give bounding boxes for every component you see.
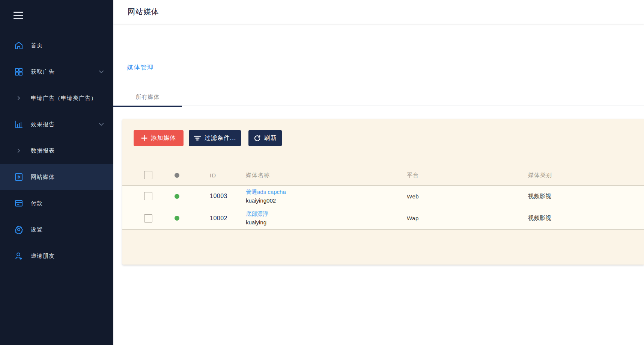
content-area: 媒体管理 所有媒体 添加媒体 过滤条件... 刷新 xyxy=(113,24,644,345)
page-title: 网站媒体 xyxy=(128,7,159,17)
sidebar-item-settings[interactable]: 设置 xyxy=(0,216,113,243)
grid-icon xyxy=(14,67,24,77)
sidebar-item-payment[interactable]: 付款 xyxy=(0,190,113,216)
table-row: 10002 底部漂浮 kuaiying Wap 视频影视 xyxy=(122,207,644,230)
sidebar-item-label: 获取广告 xyxy=(31,68,55,76)
page-header: 网站媒体 xyxy=(113,0,644,24)
app-root: 首页 获取广告 申请广告（申请类广告） xyxy=(0,0,644,345)
sidebar-item-invite-friends[interactable]: 邀请朋友 xyxy=(0,243,113,269)
filter-icon xyxy=(194,135,201,141)
select-all-checkbox[interactable] xyxy=(144,171,152,179)
hamburger-icon xyxy=(14,12,23,13)
bar-chart-icon xyxy=(14,120,24,129)
row-checkbox[interactable] xyxy=(144,192,152,200)
media-category: 视频影视 xyxy=(524,193,644,200)
plus-icon xyxy=(141,135,147,141)
toolbar: 添加媒体 过滤条件... 刷新 xyxy=(122,119,644,146)
gear-icon xyxy=(14,225,24,235)
media-code: kuaiying002 xyxy=(246,196,404,205)
row-checkbox[interactable] xyxy=(144,214,152,222)
column-header-category: 媒体类别 xyxy=(524,172,644,179)
sidebar-item-apply-ads[interactable]: 申请广告（申请类广告） xyxy=(0,85,113,111)
sidebar-nav: 首页 获取广告 申请广告（申请类广告） xyxy=(0,32,113,269)
media-platform: Wap xyxy=(404,215,524,221)
column-header-id: ID xyxy=(194,172,242,179)
breadcrumb[interactable]: 媒体管理 xyxy=(127,63,154,72)
filter-button[interactable]: 过滤条件... xyxy=(189,130,241,146)
sidebar-item-data-report[interactable]: 数据报表 xyxy=(0,138,113,164)
table-header-row: ID 媒体名称 平台 媒体类别 xyxy=(122,165,644,186)
chevron-down-icon xyxy=(98,69,104,75)
status-dot xyxy=(175,216,179,221)
table-row: 10003 普通ads capcha kuaiying002 Web 视频影视 xyxy=(122,186,644,207)
media-id: 10003 xyxy=(194,193,242,200)
column-header-name: 媒体名称 xyxy=(242,172,404,179)
media-id: 10002 xyxy=(194,215,242,222)
sidebar-item-label: 付款 xyxy=(31,200,43,207)
status-column-dot xyxy=(175,173,179,178)
chevron-right-icon xyxy=(14,146,24,156)
column-header-platform: 平台 xyxy=(404,172,524,179)
refresh-icon xyxy=(254,135,261,142)
media-code: kuaiying xyxy=(246,218,404,227)
sidebar-item-home[interactable]: 首页 xyxy=(0,32,113,59)
refresh-button[interactable]: 刷新 xyxy=(248,130,282,146)
main-area: 网站媒体 媒体管理 所有媒体 添加媒体 过滤条件... xyxy=(113,0,644,345)
home-icon xyxy=(14,41,24,50)
sidebar-item-label: 网站媒体 xyxy=(31,174,55,181)
media-platform: Web xyxy=(404,193,524,200)
sidebar-item-get-ads[interactable]: 获取广告 xyxy=(0,59,113,85)
sidebar-item-report[interactable]: 效果报告 xyxy=(0,111,113,138)
add-media-button[interactable]: 添加媒体 xyxy=(134,130,184,146)
tab-all-media[interactable]: 所有媒体 xyxy=(113,89,182,106)
sidebar-item-label: 申请广告（申请类广告） xyxy=(31,95,97,102)
sidebar-item-website-media[interactable]: 网站媒体 xyxy=(0,164,113,190)
tab-bar: 所有媒体 xyxy=(113,89,644,106)
sidebar-item-label: 数据报表 xyxy=(31,147,55,154)
menu-toggle-button[interactable] xyxy=(14,12,23,19)
status-dot xyxy=(175,194,179,199)
user-plus-icon xyxy=(14,251,24,261)
media-category: 视频影视 xyxy=(524,215,644,222)
chevron-down-icon xyxy=(98,121,104,127)
credit-card-icon xyxy=(14,198,24,208)
chevron-right-icon xyxy=(14,93,24,103)
play-square-icon xyxy=(14,172,24,182)
media-table: ID 媒体名称 平台 媒体类别 10003 普通ads capcha kuaiy… xyxy=(122,165,644,230)
sidebar-item-label: 设置 xyxy=(31,226,43,233)
sidebar-item-label: 邀请朋友 xyxy=(31,253,55,260)
media-name-link[interactable]: 普通ads capcha xyxy=(246,188,404,196)
media-name-link[interactable]: 底部漂浮 xyxy=(246,210,404,218)
sidebar: 首页 获取广告 申请广告（申请类广告） xyxy=(0,0,113,345)
sidebar-item-label: 效果报告 xyxy=(31,121,55,128)
sidebar-item-label: 首页 xyxy=(31,42,43,49)
media-panel: 添加媒体 过滤条件... 刷新 ID xyxy=(122,119,644,265)
